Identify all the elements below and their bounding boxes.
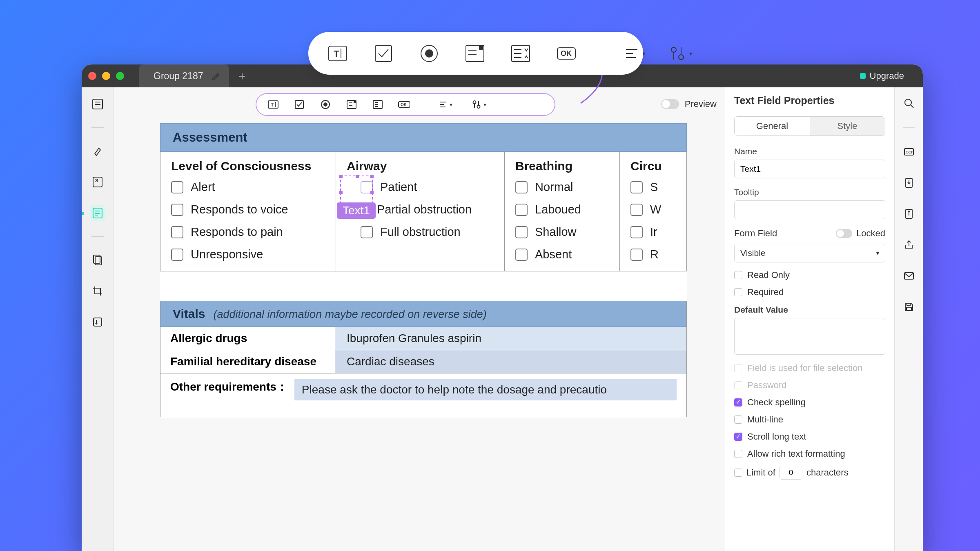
checkbox-icon[interactable]	[515, 226, 528, 238]
readonly-check[interactable]: Read Only	[734, 270, 885, 280]
thumbnails-icon[interactable]	[90, 96, 105, 112]
checkbox-icon[interactable]	[361, 226, 373, 238]
checkbox-icon[interactable]	[171, 204, 183, 216]
checkbox-icon[interactable]	[171, 181, 183, 193]
checkbox-icon[interactable]	[630, 226, 643, 238]
checkbox-icon[interactable]	[515, 249, 528, 261]
ocr-icon[interactable]: OCR	[902, 145, 916, 159]
col-airway: Airway Text1 Patient Partial obstruction…	[336, 152, 505, 271]
tab-general[interactable]: General	[735, 117, 810, 136]
export-page-icon[interactable]	[902, 176, 916, 190]
col-title: Breathing	[515, 159, 609, 173]
radio-tool-icon[interactable]	[418, 42, 441, 65]
checkbox-row: Shallow	[515, 225, 609, 239]
dropdown-tool-icon[interactable]	[372, 98, 384, 111]
close-window-icon[interactable]	[88, 72, 96, 80]
search-icon[interactable]	[902, 96, 916, 110]
checkbox-icon[interactable]	[515, 204, 528, 216]
required-check[interactable]: Required	[734, 287, 885, 298]
toggle-switch[interactable]	[661, 99, 679, 109]
checkbox-row: Unresponsive	[171, 248, 325, 261]
locked-toggle[interactable]	[836, 229, 852, 238]
sidebar-separator	[91, 127, 104, 128]
vitals-row-value[interactable]: Cardiac diseases	[335, 350, 686, 373]
button-tool-icon[interactable]: OK	[555, 42, 578, 65]
svg-rect-56	[904, 273, 913, 279]
window-controls	[88, 72, 124, 80]
sidebar-separator	[91, 236, 104, 237]
char-limit-check[interactable]: Limit of characters	[734, 466, 885, 480]
highlighter-icon[interactable]	[90, 143, 105, 159]
check-label: R	[650, 248, 659, 261]
svg-text:T: T	[271, 102, 274, 108]
check-label: Absent	[535, 248, 572, 261]
checkbox-icon[interactable]	[171, 249, 183, 261]
annotate-icon[interactable]	[90, 174, 105, 190]
edit-tab-icon[interactable]	[211, 72, 219, 80]
check-label: Alert	[191, 180, 215, 194]
other-field[interactable]: Please ask the doctor to help note the d…	[294, 379, 677, 400]
check-label: Laboued	[535, 203, 581, 216]
check-label: S	[650, 180, 658, 194]
multiline-check[interactable]: Multi-line	[734, 414, 885, 425]
checkbox-icon[interactable]	[630, 204, 643, 216]
dropdown-tool-icon[interactable]	[509, 42, 532, 65]
richtext-check[interactable]: Allow rich text formatting	[734, 449, 885, 459]
svg-rect-23	[93, 177, 102, 187]
checkbox-tool-icon[interactable]	[293, 98, 305, 111]
mail-icon[interactable]	[902, 269, 916, 283]
tooltip-input[interactable]	[734, 200, 885, 219]
svg-point-36	[323, 102, 327, 107]
checkbox-row: Ir	[630, 225, 676, 239]
upgrade-button[interactable]: Upgrade	[860, 71, 916, 81]
pages-icon[interactable]	[90, 252, 105, 268]
text-field-tool-icon[interactable]: T	[267, 98, 279, 111]
file-download-icon[interactable]	[902, 207, 916, 221]
maximize-window-icon[interactable]	[116, 72, 124, 80]
svg-point-50	[905, 99, 911, 106]
spellcheck-check[interactable]: Check spelling	[734, 397, 885, 408]
checkbox-row: Normal	[515, 180, 609, 194]
char-limit-input[interactable]	[780, 466, 802, 480]
radio-tool-icon[interactable]	[319, 98, 332, 111]
check-label: Normal	[535, 180, 573, 194]
tab-style[interactable]: Style	[810, 117, 885, 136]
new-tab-button[interactable]: ＋	[236, 68, 248, 84]
align-dropdown[interactable]: ▾	[624, 45, 645, 62]
align-dropdown[interactable]: ▾	[438, 100, 452, 109]
minimize-window-icon[interactable]	[102, 72, 110, 80]
share-icon[interactable]	[902, 238, 916, 252]
document-tab[interactable]: Group 2187	[139, 64, 229, 87]
scroll-check[interactable]: Scroll long text	[734, 431, 885, 442]
vitals-subtitle: (additional information maybe recorded o…	[214, 308, 487, 321]
properties-tabs: General Style	[734, 116, 885, 136]
vitals-row-value[interactable]: Ibuprofen Granules aspirin	[335, 327, 686, 350]
preview-toggle[interactable]: Preview	[661, 99, 717, 109]
floating-form-toolbar: T OK ▾ ▾	[308, 32, 643, 75]
default-value-input[interactable]	[734, 318, 885, 355]
name-input[interactable]	[734, 160, 885, 178]
button-tool-icon[interactable]: OK	[398, 98, 410, 111]
checkbox-icon[interactable]	[630, 181, 643, 193]
crop-icon[interactable]	[90, 283, 105, 299]
tools-dropdown[interactable]: ▾	[471, 99, 486, 110]
checkbox-icon[interactable]	[171, 226, 183, 238]
checkbox-tool-icon[interactable]	[372, 42, 395, 65]
extract-icon[interactable]	[90, 314, 105, 330]
text-field-tool-icon[interactable]: T	[326, 42, 349, 65]
vitals-section: Vitals (additional information maybe rec…	[160, 301, 687, 417]
visibility-select[interactable]: Visible ▾	[734, 244, 885, 262]
svg-text:OK: OK	[561, 49, 572, 58]
listbox-tool-icon[interactable]	[463, 42, 486, 65]
form-editor-icon[interactable]	[90, 205, 105, 221]
check-label: Responds to voice	[191, 203, 288, 216]
save-icon[interactable]	[902, 300, 916, 314]
tools-dropdown[interactable]: ▾	[668, 44, 692, 63]
listbox-tool-icon[interactable]	[345, 98, 358, 111]
vitals-row-label: Familial hereditary disease	[160, 350, 335, 373]
checkbox-icon[interactable]	[515, 181, 528, 193]
other-label: Other requirements：	[170, 379, 288, 400]
checkbox-row: R	[630, 248, 676, 261]
checkbox-icon[interactable]	[630, 249, 643, 261]
checkbox-row: Patient	[361, 180, 494, 194]
